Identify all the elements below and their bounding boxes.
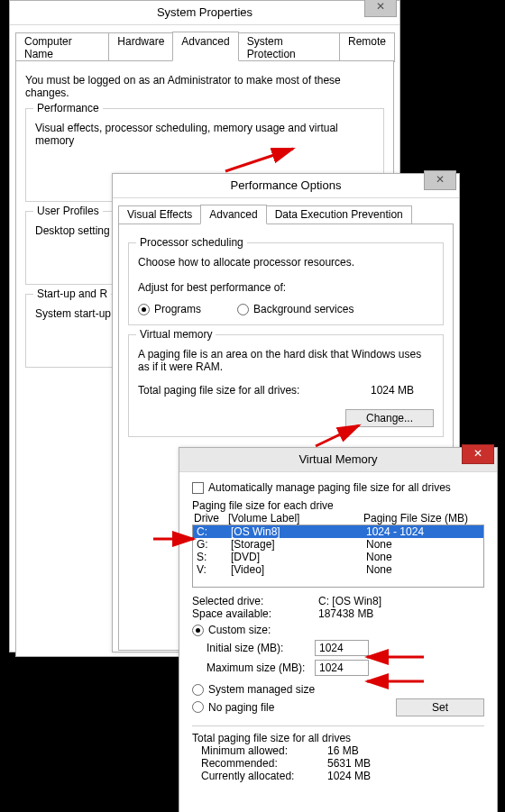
drive-label: [DVD] [231,551,366,563]
radio-background-services[interactable]: Background services [237,303,354,315]
close-button[interactable]: ✕ [364,0,397,17]
tab-system-protection[interactable]: System Protection [238,32,340,62]
total-paging-value: 1024 MB [371,384,434,397]
auto-manage-checkbox[interactable]: Automatically manage paging file size fo… [192,481,451,494]
close-button[interactable]: ✕ [424,170,456,190]
radio-icon [138,304,150,315]
radio-system-managed[interactable]: System managed size [192,683,315,696]
drive-row[interactable]: C:[OS Win8]1024 - 1024 [193,525,483,538]
admin-note: You must be logged on as an Administrato… [25,74,384,99]
tab-remote[interactable]: Remote [339,32,395,62]
tab-advanced[interactable]: Advanced [200,205,266,224]
maximum-size-input[interactable]: 1024 [315,660,369,676]
drive-label: [OS Win8] [231,525,366,538]
initial-size-label: Initial size (MB): [207,642,315,654]
titlebar: System Properties ✕ [10,1,399,25]
space-available-value: 187438 MB [318,607,373,620]
performance-legend: Performance [33,102,103,114]
processor-scheduling-group: Processor scheduling Choose how to alloc… [128,242,444,325]
drive-size: None [366,563,483,576]
recommended-label: Recommended: [201,757,327,770]
tab-dep[interactable]: Data Execution Prevention [266,205,412,225]
titlebar: Performance Options ✕ [113,174,459,198]
drive-label: [Video] [231,563,366,576]
tab-advanced[interactable]: Advanced [172,32,238,61]
drive-list-label: Paging file size for each drive [192,499,484,512]
tab-bar: Computer Name Hardware Advanced System P… [15,31,394,60]
virtual-memory-desc: A paging file is an area on the hard dis… [138,348,434,373]
custom-size-label: Custom size: [208,624,271,636]
drive-letter: C: [193,525,231,538]
titlebar: Virtual Memory ✕ [179,448,497,472]
window-title: Virtual Memory [298,452,377,466]
no-paging-label: No paging file [208,701,274,714]
current-allocated-value: 1024 MB [327,770,371,782]
drive-row[interactable]: V:[Video]None [193,563,483,576]
startup-legend: Start-up and R [33,287,111,300]
space-available-label: Space available: [192,607,318,620]
performance-desc: Visual effects, processor scheduling, me… [35,122,374,147]
current-allocated-label: Currently allocated: [201,770,327,782]
drive-letter: G: [193,538,231,551]
adjust-label: Adjust for best performance of: [138,281,434,294]
close-button[interactable]: ✕ [462,444,494,464]
tab-bar: Visual Effects Advanced Data Execution P… [118,204,454,224]
auto-manage-label: Automatically manage paging file size fo… [208,481,451,494]
selected-drive-label: Selected drive: [192,595,318,607]
change-button[interactable]: Change... [345,409,434,427]
processor-scheduling-legend: Processor scheduling [136,236,247,249]
drive-list[interactable]: C:[OS Win8]1024 - 1024G:[Storage]NoneS:[… [192,525,484,588]
tab-hardware[interactable]: Hardware [108,32,173,62]
col-drive: Drive [192,512,228,525]
window-title: System Properties [157,5,252,19]
col-paging-size: Paging File Size (MB) [363,512,484,525]
drive-label: [Storage] [231,538,366,551]
radio-icon [237,304,249,315]
drive-letter: S: [193,551,231,563]
initial-size-input[interactable]: 1024 [315,640,369,656]
drive-size: None [366,538,483,551]
selected-drive-value: C: [OS Win8] [318,595,381,607]
system-managed-label: System managed size [208,683,315,696]
processor-scheduling-desc: Choose how to allocate processor resourc… [138,256,434,269]
col-volume-label: [Volume Label] [228,512,363,525]
min-allowed-label: Minimum allowed: [201,744,327,757]
drive-row[interactable]: S:[DVD]None [193,551,483,563]
total-paging-label: Total paging file size for all drives: [138,384,371,397]
radio-programs[interactable]: Programs [138,303,201,315]
tab-visual-effects[interactable]: Visual Effects [118,205,201,225]
drive-row[interactable]: G:[Storage]None [193,538,483,551]
tab-computer-name[interactable]: Computer Name [15,32,109,62]
radio-programs-label: Programs [154,303,201,315]
drive-size: None [366,551,483,563]
virtual-memory-group: Virtual memory A paging file is an area … [128,334,444,437]
dialog-body: Automatically manage paging file size fo… [179,472,497,791]
radio-bg-label: Background services [253,303,354,315]
totals-label: Total paging file size for all drives [192,732,484,744]
recommended-value: 5631 MB [327,757,371,770]
set-button[interactable]: Set [396,698,484,716]
drive-size: 1024 - 1024 [366,525,483,538]
user-profiles-legend: User Profiles [33,205,103,217]
virtual-memory-dialog: Virtual Memory ✕ Automatically manage pa… [179,447,498,812]
window-title: Performance Options [231,178,342,192]
radio-icon [192,701,204,713]
drive-letter: V: [193,563,231,576]
virtual-memory-legend: Virtual memory [136,328,216,341]
min-allowed-value: 16 MB [327,744,359,757]
radio-icon [192,625,204,636]
radio-custom-size[interactable]: Custom size: [192,624,271,636]
maximum-size-label: Maximum size (MB): [207,661,315,674]
checkbox-icon [192,482,204,494]
radio-no-paging[interactable]: No paging file [192,701,396,714]
radio-icon [192,684,204,696]
